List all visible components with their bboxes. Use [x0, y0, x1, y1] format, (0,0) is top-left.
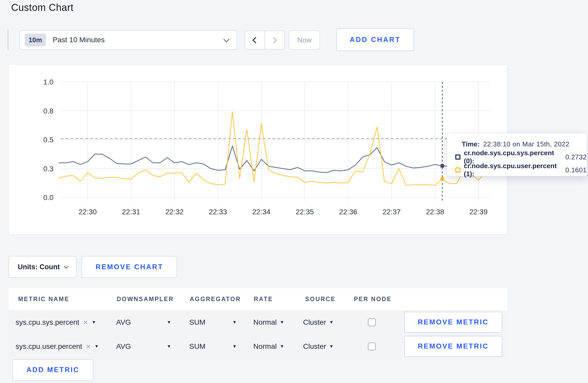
metric-row: sys.cpu.user.percent × ▼ AVG ▼ SUM ▼ Nor…	[9, 334, 507, 358]
caret-down-icon: ▼	[92, 320, 96, 325]
tooltip-time-label: Time:	[462, 140, 480, 148]
tooltip-series-label: cr.node.sys.cpu.user.percent (1):	[464, 162, 562, 178]
time-pager	[245, 31, 285, 49]
column-header-source: SOURCE	[305, 296, 336, 303]
caret-down-icon: ▼	[94, 344, 99, 349]
caret-down-icon: ▼	[167, 320, 171, 325]
aggregator-select[interactable]: SUM ▼	[189, 334, 237, 358]
page-title: Custom Chart	[11, 2, 73, 13]
remove-chart-button[interactable]: REMOVE CHART	[82, 256, 177, 278]
next-timespan-button[interactable]	[264, 31, 284, 49]
caret-down-icon: ▼	[329, 320, 334, 325]
per-node-checkbox[interactable]	[368, 318, 376, 326]
tooltip-series-value: 0.1601	[565, 166, 587, 174]
y-tick-label: 0.5	[43, 136, 53, 144]
chevron-down-icon	[223, 36, 229, 42]
y-tick-label: 0.8	[43, 107, 53, 115]
chart-tooltip: Time: 22:38:10 on Mar 15th, 2022 cr.node…	[447, 133, 587, 176]
x-tick-label: 22:33	[209, 208, 227, 216]
metric-name-select[interactable]: sys.cpu.sys.percent × ▼	[16, 310, 96, 334]
x-tick-label: 22:35	[296, 208, 314, 216]
source-select[interactable]: Cluster ▼	[303, 334, 334, 358]
remove-metric-button[interactable]: REMOVE METRIC	[404, 312, 502, 333]
toolbar-divider	[8, 29, 8, 50]
tooltip-series-row: cr.node.sys.cpu.user.percent (1): 0.1601	[455, 164, 587, 176]
rate-select[interactable]: Normal ▼	[253, 310, 284, 334]
user-series-swatch-icon	[455, 167, 460, 173]
custom-chart-page: Custom Chart 10m Past 10 Minutes Now ADD…	[0, 0, 588, 383]
y-tick-label: 1.0	[43, 78, 53, 86]
source-value: Cluster	[303, 342, 326, 351]
rate-value: Normal	[253, 342, 277, 351]
rate-value: Normal	[253, 318, 277, 327]
clear-metric-icon[interactable]: ×	[83, 318, 88, 326]
time-window-select[interactable]: 10m Past 10 Minutes	[19, 30, 237, 50]
source-select[interactable]: Cluster ▼	[303, 310, 334, 334]
aggregator-value: SUM	[189, 318, 205, 327]
now-button[interactable]: Now	[289, 31, 320, 49]
caret-down-icon: ▼	[280, 320, 284, 325]
hover-point-dot	[440, 164, 444, 168]
x-tick-label: 22:36	[339, 208, 357, 216]
column-header-rate: RATE	[254, 296, 273, 303]
y-tick-label: 0.0	[43, 194, 53, 202]
metric-name-label: sys.cpu.sys.percent	[16, 318, 79, 327]
metrics-table: METRIC NAMEDOWNSAMPLERAGGREGATORRATESOUR…	[9, 288, 507, 358]
metric-row: sys.cpu.sys.percent × ▼ AVG ▼ SUM ▼ Norm…	[9, 310, 507, 334]
tooltip-series-value: 0.2732	[565, 153, 587, 161]
x-tick-label: 22:31	[122, 208, 140, 216]
clear-metric-icon[interactable]: ×	[86, 343, 91, 350]
downsampler-value: AVG	[116, 318, 131, 327]
x-tick-label: 22:37	[382, 208, 401, 216]
column-header-metric-name: METRIC NAME	[18, 296, 69, 303]
downsampler-value: AVG	[116, 342, 131, 351]
caret-down-icon: ▼	[167, 344, 171, 349]
x-tick-label: 22:38	[426, 208, 444, 216]
downsampler-select[interactable]: AVG ▼	[116, 310, 171, 334]
aggregator-value: SUM	[189, 342, 205, 351]
x-tick-label: 22:30	[79, 208, 97, 216]
caret-down-icon: ▼	[280, 344, 284, 349]
add-metric-button[interactable]: ADD METRIC	[12, 359, 93, 381]
hover-point-dot	[440, 177, 444, 181]
source-value: Cluster	[303, 318, 326, 327]
remove-metric-button[interactable]: REMOVE METRIC	[404, 336, 502, 357]
tooltip-time-value: 22:38:10 on Mar 15th, 2022	[483, 140, 569, 148]
add-chart-button[interactable]: ADD CHART	[336, 29, 414, 51]
time-window-badge: 10m	[25, 34, 46, 46]
x-tick-label: 22:34	[252, 208, 270, 216]
rate-select[interactable]: Normal ▼	[253, 334, 284, 358]
chevron-down-icon	[64, 264, 69, 268]
chevron-left-icon	[252, 37, 259, 43]
column-header-aggregator: AGGREGATOR	[190, 296, 241, 303]
caret-down-icon: ▼	[232, 344, 237, 349]
per-node-checkbox[interactable]	[368, 343, 376, 350]
chart-card: 22:3022:3122:3222:3322:3422:3522:3622:37…	[9, 65, 507, 235]
chart-canvas[interactable]: 22:3022:3122:3222:3322:3422:3522:3622:37…	[9, 65, 507, 235]
units-select[interactable]: Units: Count	[9, 256, 76, 278]
time-window-label: Past 10 Minutes	[53, 36, 105, 44]
caret-down-icon: ▼	[232, 320, 237, 325]
caret-down-icon: ▼	[329, 344, 334, 349]
column-header-per-node: PER NODE	[354, 296, 392, 303]
x-tick-label: 22:32	[165, 208, 184, 216]
metric-name-label: sys.cpu.user.percent	[16, 342, 82, 351]
x-tick-label: 22:39	[469, 208, 487, 216]
units-label: Units: Count	[18, 263, 60, 271]
tooltip-time-row: Time: 22:38:10 on Mar 15th, 2022	[455, 138, 587, 151]
metrics-table-header: METRIC NAMEDOWNSAMPLERAGGREGATORRATESOUR…	[9, 288, 507, 310]
series-line-user	[59, 112, 486, 185]
metric-name-select[interactable]: sys.cpu.user.percent × ▼	[16, 334, 99, 358]
tooltip-series-row: cr.node.sys.cpu.sys.percent (0): 0.2732	[455, 151, 587, 164]
y-tick-label: 0.3	[43, 165, 53, 173]
prev-timespan-button[interactable]	[245, 31, 264, 49]
column-header-downsampler: DOWNSAMPLER	[117, 296, 174, 303]
chevron-right-icon	[270, 37, 277, 43]
downsampler-select[interactable]: AVG ▼	[116, 334, 171, 358]
aggregator-select[interactable]: SUM ▼	[189, 310, 237, 334]
sys-series-swatch-icon	[455, 154, 460, 160]
